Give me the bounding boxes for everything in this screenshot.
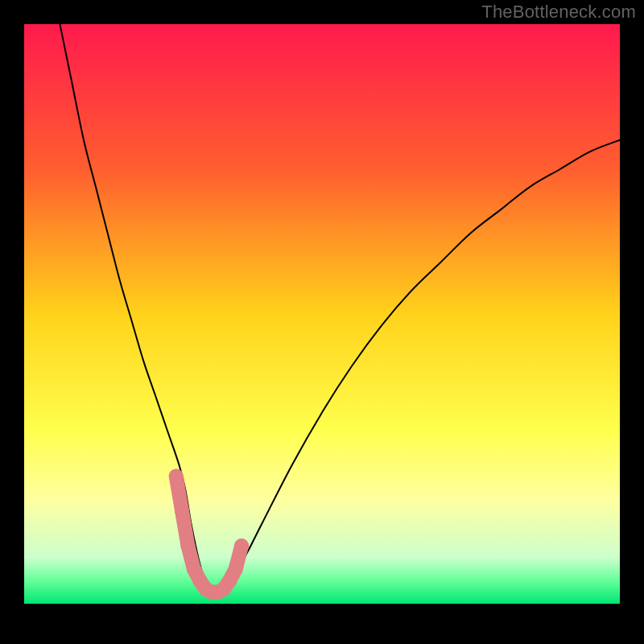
highlight-marker <box>234 539 249 553</box>
chart-frame: TheBottleneck.com <box>0 0 644 644</box>
watermark-text: TheBottleneck.com <box>481 2 636 23</box>
plot-area <box>24 24 620 604</box>
chart-svg <box>24 24 620 604</box>
gradient-background <box>24 24 620 604</box>
